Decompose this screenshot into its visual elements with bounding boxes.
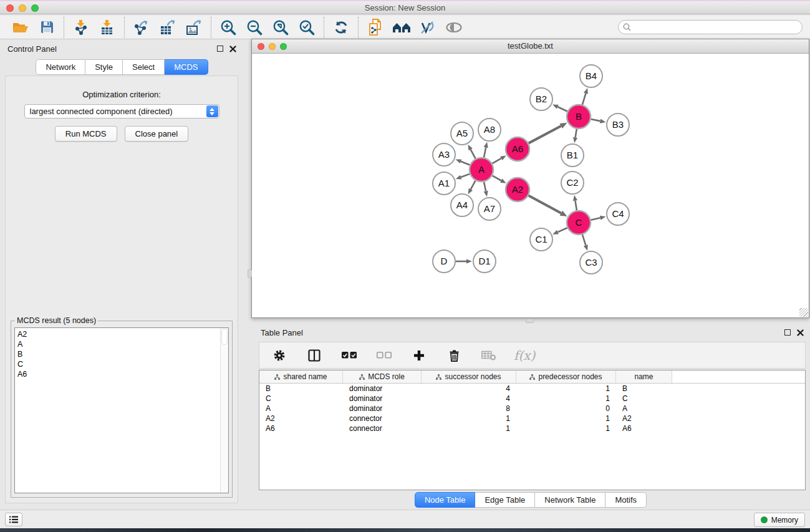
- table-cell[interactable]: 1: [422, 424, 516, 433]
- result-scrollbar[interactable]: [220, 328, 228, 493]
- table-row[interactable]: A6connector11A6: [259, 423, 805, 433]
- table-cell[interactable]: 1: [516, 394, 616, 403]
- table-cell[interactable]: 8: [422, 404, 516, 413]
- table-row[interactable]: Cdominator41C: [259, 394, 805, 404]
- tab-edge-table[interactable]: Edge Table: [475, 492, 535, 508]
- table-cell[interactable]: dominator: [343, 404, 422, 413]
- edge-A6-B[interactable]: [529, 126, 561, 143]
- edge-C-C3[interactable]: [582, 235, 586, 245]
- search-box[interactable]: [618, 20, 803, 34]
- zoom-fit-button[interactable]: [271, 18, 291, 37]
- mcds-result-list[interactable]: A2ABCA6: [14, 327, 229, 493]
- vertical-splitter-grip[interactable]: [248, 269, 252, 278]
- net-close-button[interactable]: [258, 43, 264, 50]
- search-input[interactable]: [634, 23, 798, 32]
- table-cell[interactable]: C: [616, 394, 672, 403]
- run-mcds-button[interactable]: Run MCDS: [55, 126, 117, 142]
- mcds-result-item[interactable]: A6: [17, 369, 226, 379]
- table-cell[interactable]: connector: [343, 424, 422, 433]
- net-minimize-button[interactable]: [269, 43, 276, 50]
- edge-A-A4[interactable]: [471, 181, 476, 190]
- table-cell[interactable]: A2: [616, 414, 672, 423]
- table-row[interactable]: Adominator80A: [259, 404, 805, 414]
- delete-column-button[interactable]: [444, 346, 464, 365]
- edge-C-C4[interactable]: [591, 218, 600, 220]
- close-panel-icon[interactable]: [229, 46, 236, 52]
- edge-A-A5[interactable]: [471, 150, 476, 159]
- deselect-all-button[interactable]: [374, 346, 394, 365]
- task-history-button[interactable]: [5, 513, 22, 526]
- edge-A-A8[interactable]: [484, 147, 486, 157]
- table-cell[interactable]: A: [259, 404, 343, 413]
- column-header-shared-name[interactable]: shared name: [259, 370, 343, 383]
- column-header-successor-nodes[interactable]: successor nodes: [422, 370, 516, 383]
- export-table-button[interactable]: [158, 18, 178, 37]
- edge-B-B2[interactable]: [557, 107, 567, 111]
- edge-C-C1[interactable]: [557, 228, 567, 232]
- mcds-result-item[interactable]: A2: [17, 329, 226, 339]
- save-session-button[interactable]: [37, 18, 57, 37]
- table-cell[interactable]: B: [259, 384, 343, 393]
- close-panel-button[interactable]: Close panel: [125, 126, 189, 142]
- zoom-out-button[interactable]: [244, 18, 264, 37]
- table-cell[interactable]: dominator: [343, 384, 422, 393]
- table-close-panel-icon[interactable]: [797, 329, 804, 336]
- minimize-window-button[interactable]: [19, 4, 26, 12]
- refresh-view-button[interactable]: [331, 18, 351, 37]
- mcds-result-item[interactable]: A: [17, 339, 226, 349]
- edge-A-A1[interactable]: [461, 174, 470, 177]
- zoom-in-button[interactable]: [218, 18, 238, 37]
- column-header-MCDS-role[interactable]: MCDS role: [343, 370, 422, 383]
- edge-A-A2[interactable]: [493, 176, 501, 181]
- net-maximize-button[interactable]: [280, 43, 287, 50]
- edge-A2-C[interactable]: [529, 196, 561, 213]
- edge-A-A3[interactable]: [461, 162, 470, 165]
- function-builder-button[interactable]: f(x): [514, 346, 535, 365]
- horizontal-splitter-grip[interactable]: [526, 319, 534, 323]
- table-row[interactable]: A2connector11A2: [259, 414, 805, 423]
- export-image-button[interactable]: [184, 18, 204, 37]
- table-cell[interactable]: A2: [259, 414, 343, 423]
- close-window-button[interactable]: [6, 4, 14, 12]
- table-cell[interactable]: 1: [516, 414, 616, 423]
- table-cell[interactable]: connector: [343, 414, 422, 423]
- maximize-window-button[interactable]: [31, 4, 39, 12]
- memory-button[interactable]: Memory: [754, 513, 805, 527]
- table-cell[interactable]: 4: [422, 384, 516, 393]
- edge-A-A6[interactable]: [492, 158, 501, 163]
- export-network-button[interactable]: [132, 18, 152, 37]
- tab-motifs[interactable]: Motifs: [605, 492, 647, 508]
- table-cell[interactable]: 1: [422, 414, 516, 423]
- edge-B-B4[interactable]: [582, 94, 586, 105]
- float-panel-icon[interactable]: [217, 46, 223, 52]
- clone-network-button[interactable]: [365, 18, 385, 37]
- edge-B-B1[interactable]: [576, 129, 577, 138]
- table-cell[interactable]: C: [259, 394, 343, 403]
- resize-grip[interactable]: [799, 308, 808, 317]
- tab-network-table[interactable]: Network Table: [535, 492, 605, 508]
- tab-select[interactable]: Select: [123, 59, 165, 75]
- table-cell[interactable]: A6: [259, 424, 343, 433]
- edge-C-C2[interactable]: [575, 201, 576, 211]
- edge-A-A7[interactable]: [484, 182, 486, 191]
- select-columns-button[interactable]: [304, 346, 324, 365]
- table-cell[interactable]: B: [616, 384, 672, 393]
- network-window-titlebar[interactable]: testGlobe.txt: [252, 39, 809, 54]
- table-cell[interactable]: 4: [422, 394, 516, 403]
- toggle-graphics-details-button[interactable]: [418, 18, 438, 37]
- tab-style[interactable]: Style: [85, 59, 123, 75]
- table-cell[interactable]: 1: [516, 424, 616, 433]
- criterion-select[interactable]: largest connected component (directed): [24, 104, 219, 118]
- tab-node-table[interactable]: Node Table: [415, 492, 476, 508]
- edge-B-B3[interactable]: [591, 119, 600, 121]
- toggle-visibility-button[interactable]: [444, 18, 464, 37]
- table-cell[interactable]: 1: [516, 384, 616, 393]
- zoom-selected-button[interactable]: [297, 18, 317, 37]
- select-all-button[interactable]: [339, 346, 359, 365]
- open-session-button[interactable]: [11, 18, 31, 37]
- mcds-result-item[interactable]: C: [17, 359, 226, 369]
- table-row[interactable]: Bdominator41B: [259, 384, 805, 394]
- table-cell[interactable]: 0: [516, 404, 616, 413]
- table-cell[interactable]: A6: [616, 424, 672, 433]
- mcds-result-item[interactable]: B: [17, 349, 226, 359]
